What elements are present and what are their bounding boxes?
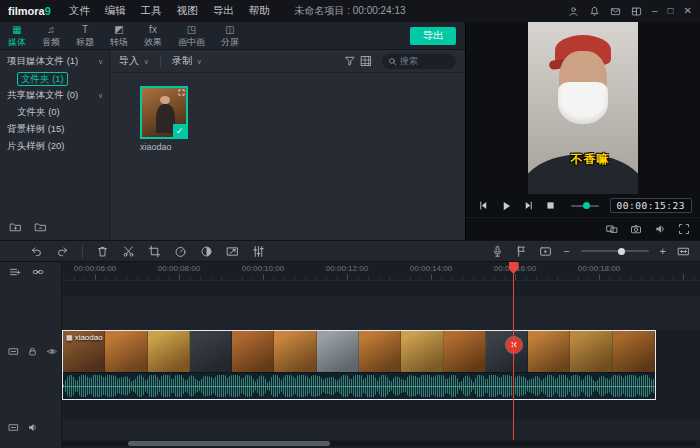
dual-screen-icon[interactable] <box>606 223 618 235</box>
search-input[interactable] <box>400 56 450 66</box>
tab-effects[interactable]: fx效果 <box>136 22 170 49</box>
volume-slider[interactable] <box>571 205 599 207</box>
notification-bell-icon[interactable] <box>589 6 600 17</box>
clip-thumbnail <box>190 331 232 372</box>
chevron-down-icon: ∨ <box>197 58 202 65</box>
delete-folder-button[interactable] <box>34 221 47 233</box>
voiceover-mic-button[interactable] <box>491 245 504 258</box>
import-dropdown[interactable]: 导入 ∨ <box>119 54 149 68</box>
menu-item-export[interactable]: 导出 <box>213 4 234 18</box>
clip-thumbnail <box>148 331 190 372</box>
layout-switch-icon[interactable] <box>631 6 642 17</box>
menu-item-file[interactable]: 文件 <box>69 4 90 18</box>
stop-button[interactable] <box>545 200 556 211</box>
snap-link-icon[interactable] <box>32 266 44 278</box>
app-logo: filmora9 <box>8 5 51 17</box>
export-button[interactable]: 导出 <box>410 27 456 45</box>
tab-label: 音频 <box>42 36 60 49</box>
minimize-button[interactable]: – <box>652 6 658 16</box>
timeline-video-clip[interactable]: ▦ xiaodao ✕ <box>62 330 656 400</box>
menu-item-tools[interactable]: 工具 <box>141 4 162 18</box>
tab-titles[interactable]: T标题 <box>68 22 102 49</box>
track-size-icon[interactable] <box>8 422 19 433</box>
add-marker-button[interactable] <box>515 245 528 258</box>
media-clip-thumbnail: ✓ <box>140 86 188 139</box>
tab-split-screen[interactable]: ◫分屏 <box>213 22 247 49</box>
audio-mixer-button[interactable] <box>252 245 265 258</box>
zoom-out-button[interactable]: − <box>563 246 569 257</box>
timeline-ruler[interactable]: 00:00:06:0000:00:08:0000:00:10:0000:00:1… <box>62 262 700 281</box>
empty-audio-track[interactable] <box>62 420 700 440</box>
sidebar-item-sample-backgrounds[interactable]: 背景样例 (15) <box>0 121 109 138</box>
maximize-button[interactable]: □ <box>668 6 674 16</box>
preview-video-frame: 不香嘛 <box>528 22 638 194</box>
clip-thumbnails <box>63 331 655 372</box>
media-toolbar: 导入 ∨ 录制 ∨ <box>110 50 465 73</box>
zoom-fit-button[interactable] <box>677 245 690 258</box>
next-frame-button[interactable] <box>523 200 534 211</box>
chevron-down-icon[interactable]: ∨ <box>98 92 103 100</box>
menubar: 文件 编辑 工具 视图 导出 帮助 <box>69 4 270 18</box>
menu-item-edit[interactable]: 编辑 <box>105 4 126 18</box>
fullscreen-icon[interactable] <box>678 223 690 235</box>
tab-audio[interactable]: ♫音频 <box>34 22 68 49</box>
delete-trash-button[interactable] <box>96 245 109 258</box>
sidebar-item-sample-intros[interactable]: 片头样例 (20) <box>0 138 109 155</box>
volume-slider-handle[interactable] <box>583 202 590 209</box>
previous-frame-button[interactable] <box>478 200 489 211</box>
audio-waveform <box>63 373 655 399</box>
eye-visibility-icon[interactable] <box>46 346 58 357</box>
preview-viewport: 不香嘛 <box>466 22 700 194</box>
play-button[interactable] <box>500 200 512 212</box>
crop-button[interactable] <box>148 245 161 258</box>
search-icon <box>388 57 397 66</box>
color-correction-button[interactable] <box>200 245 213 258</box>
mute-speaker-icon[interactable] <box>27 422 38 433</box>
pan-zoom-button[interactable] <box>226 245 239 258</box>
chevron-down-icon[interactable]: ∨ <box>98 58 103 66</box>
menu-item-help[interactable]: 帮助 <box>249 4 270 18</box>
scrollbar-thumb[interactable] <box>128 441 330 446</box>
zoom-in-button[interactable]: + <box>660 246 666 257</box>
sidebar-item-folder-0[interactable]: 文件夹 (0) <box>0 104 109 121</box>
sidebar-item-shared-media[interactable]: 共享媒体文件 (0)∨ <box>0 87 109 104</box>
split-scissors-button[interactable] <box>122 245 135 258</box>
lock-track-icon[interactable] <box>27 346 38 357</box>
track-size-icon[interactable] <box>8 346 19 357</box>
empty-overlay-track[interactable] <box>62 296 700 330</box>
close-button[interactable]: ✕ <box>684 6 692 16</box>
sidebar-item-project-media[interactable]: 项目媒体文件 (1)∨ <box>0 53 109 70</box>
grid-view-icon[interactable] <box>360 55 372 67</box>
ruler-label: 00:00:12:00 <box>326 264 368 273</box>
tab-media[interactable]: ▦媒体 <box>0 22 34 49</box>
sidebar-item-folder-1[interactable]: 文件夹 (1) <box>0 70 109 87</box>
render-preview-button[interactable] <box>539 245 552 258</box>
menu-item-view[interactable]: 视图 <box>177 4 198 18</box>
tab-pip[interactable]: ◳画中画 <box>170 22 213 49</box>
tab-transitions[interactable]: ◩转场 <box>102 22 136 49</box>
zoom-slider-handle[interactable] <box>618 248 625 255</box>
new-folder-button[interactable] <box>9 221 22 233</box>
redo-button[interactable] <box>56 245 69 258</box>
account-icon[interactable] <box>568 6 579 17</box>
speed-button[interactable] <box>174 245 187 258</box>
mail-icon[interactable] <box>610 6 621 17</box>
horizontal-scrollbar[interactable] <box>62 441 696 446</box>
timeline-zoom-slider[interactable] <box>581 250 649 252</box>
media-clip-name: xiaodao <box>140 142 188 152</box>
playhead[interactable] <box>513 262 514 440</box>
selected-check-icon[interactable]: ✓ <box>173 124 186 137</box>
media-clip-card[interactable]: ✓ xiaodao <box>140 86 188 152</box>
tab-label: 转场 <box>110 36 128 49</box>
ruler-label: 00:00:08:00 <box>158 264 200 273</box>
record-dropdown[interactable]: 录制 ∨ <box>172 54 202 68</box>
delete-clip-at-playhead-button[interactable]: ✕ <box>506 337 522 353</box>
snapshot-camera-icon[interactable] <box>630 223 642 235</box>
filter-funnel-icon[interactable] <box>344 55 356 67</box>
transport-controls: 00:00:15:23 <box>466 194 700 217</box>
media-tab-icon: ▦ <box>12 24 21 35</box>
speaker-icon[interactable] <box>654 223 666 235</box>
sidebar-item-label: 片头样例 (20) <box>7 140 65 153</box>
undo-button[interactable] <box>30 245 43 258</box>
manage-tracks-button[interactable] <box>9 266 21 278</box>
